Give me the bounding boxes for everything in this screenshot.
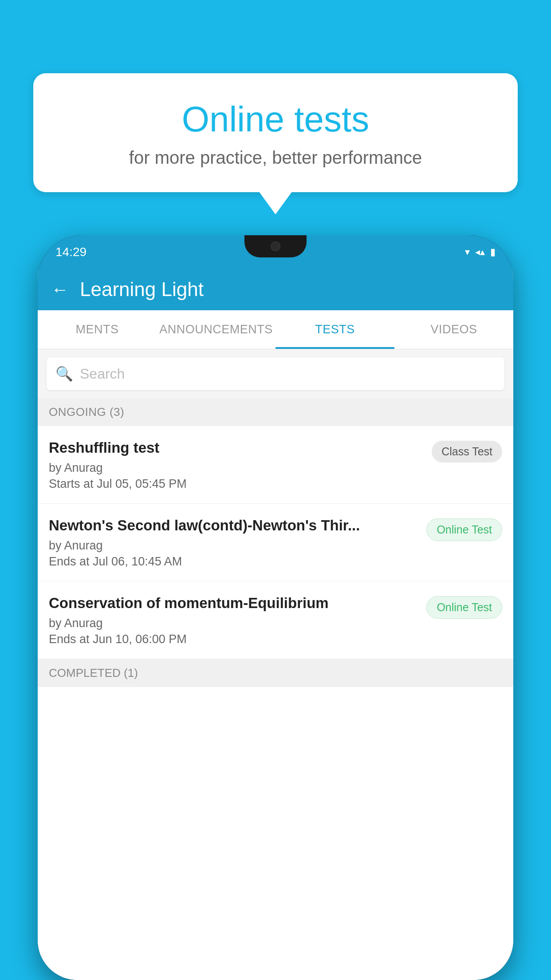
tab-videos[interactable]: VIDEOS [394,310,513,349]
completed-section-label: COMPLETED (1) [38,659,513,687]
search-container: 🔍 Search [38,349,513,398]
tab-announcements[interactable]: ANNOUNCEMENTS [157,310,276,349]
phone-frame: 14:29 ▾ ◂▴ ▮ ← Learning Light MENTS ANNO… [38,235,513,980]
phone-notch [244,235,307,257]
tab-tests[interactable]: TESTS [276,310,394,349]
speech-bubble: Online tests for more practice, better p… [33,73,518,192]
signal-icon: ◂▴ [475,246,485,258]
status-icons: ▾ ◂▴ ▮ [465,246,496,258]
test-list: Reshuffling test by Anurag Starts at Jul… [38,426,513,980]
status-bar: 14:29 ▾ ◂▴ ▮ [38,235,513,269]
app-header: ← Learning Light [38,269,513,310]
test-item-2[interactable]: Newton's Second law(contd)-Newton's Thir… [38,504,513,581]
app-title: Learning Light [80,278,204,300]
test-date-1: Starts at Jul 05, 05:45 PM [49,477,423,491]
wifi-icon: ▾ [465,246,470,258]
test-badge-3: Online Test [426,596,502,619]
tab-ments[interactable]: MENTS [38,310,157,349]
search-icon: 🔍 [55,365,73,382]
battery-icon: ▮ [490,246,496,258]
test-by-3: by Anurag [49,616,417,630]
test-badge-1: Class Test [432,441,502,462]
status-time: 14:29 [55,245,87,259]
ongoing-section-label: ONGOING (3) [38,398,513,426]
test-info-3: Conservation of momentum-Equilibrium by … [49,594,426,646]
test-by-1: by Anurag [49,461,423,475]
test-item-3[interactable]: Conservation of momentum-Equilibrium by … [38,581,513,659]
test-name-3: Conservation of momentum-Equilibrium [49,594,417,613]
test-info-2: Newton's Second law(contd)-Newton's Thir… [49,516,426,569]
search-bar[interactable]: 🔍 Search [47,357,504,390]
test-by-2: by Anurag [49,539,417,553]
bubble-subtitle: for more practice, better performance [60,148,491,168]
back-button[interactable]: ← [51,280,69,300]
bubble-title: Online tests [60,100,491,139]
test-item-1[interactable]: Reshuffling test by Anurag Starts at Jul… [38,426,513,504]
test-name-1: Reshuffling test [49,439,423,458]
tabs-bar: MENTS ANNOUNCEMENTS TESTS VIDEOS [38,310,513,349]
test-name-2: Newton's Second law(contd)-Newton's Thir… [49,516,417,535]
camera-dot [271,241,280,251]
test-info-1: Reshuffling test by Anurag Starts at Jul… [49,439,432,491]
test-badge-2: Online Test [426,518,502,541]
search-placeholder: Search [80,366,125,382]
test-date-2: Ends at Jul 06, 10:45 AM [49,555,417,569]
phone-screen: ← Learning Light MENTS ANNOUNCEMENTS TES… [38,269,513,980]
test-date-3: Ends at Jun 10, 06:00 PM [49,632,417,646]
